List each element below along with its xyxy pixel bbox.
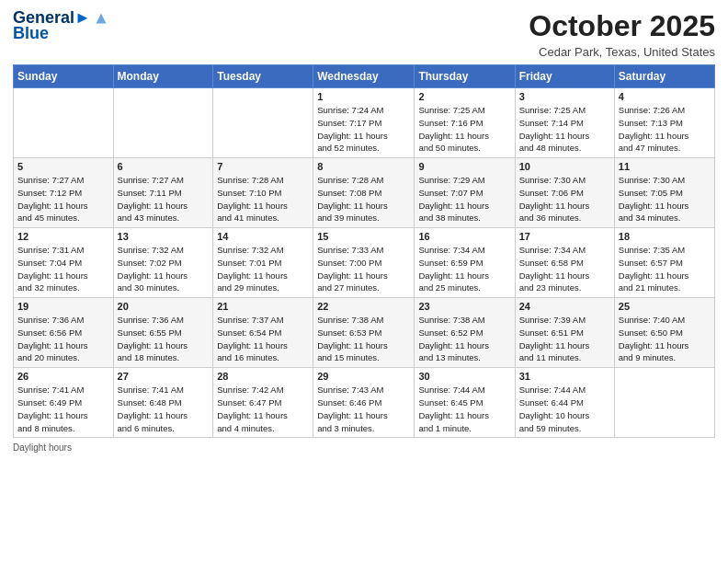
day-info: Sunrise: 7:30 AM Sunset: 7:05 PM Dayligh… [619,174,711,224]
day-number: 12 [17,231,109,242]
calendar-week-row: 26Sunrise: 7:41 AM Sunset: 6:49 PM Dayli… [14,368,715,438]
logo-icon [93,10,109,27]
calendar-cell: 11Sunrise: 7:30 AM Sunset: 7:05 PM Dayli… [614,158,714,228]
calendar-cell: 14Sunrise: 7:32 AM Sunset: 7:01 PM Dayli… [213,228,313,298]
day-info: Sunrise: 7:42 AM Sunset: 6:47 PM Dayligh… [217,384,309,434]
day-number: 11 [619,161,711,172]
day-info: Sunrise: 7:32 AM Sunset: 7:01 PM Dayligh… [217,244,309,294]
calendar-cell: 23Sunrise: 7:38 AM Sunset: 6:52 PM Dayli… [415,298,515,368]
calendar-cell: 6Sunrise: 7:27 AM Sunset: 7:11 PM Daylig… [113,158,213,228]
calendar-cell [213,88,313,158]
day-info: Sunrise: 7:39 AM Sunset: 6:51 PM Dayligh… [519,314,610,364]
day-number: 4 [619,91,711,102]
calendar-cell: 1Sunrise: 7:24 AM Sunset: 7:17 PM Daylig… [313,88,415,158]
day-number: 18 [619,231,711,242]
col-saturday: Saturday [614,65,714,88]
location: Cedar Park, Texas, United States [529,45,715,59]
day-number: 17 [519,231,610,242]
day-info: Sunrise: 7:44 AM Sunset: 6:45 PM Dayligh… [418,384,510,434]
day-info: Sunrise: 7:35 AM Sunset: 6:57 PM Dayligh… [619,244,711,294]
day-number: 26 [17,371,109,382]
day-info: Sunrise: 7:28 AM Sunset: 7:10 PM Dayligh… [217,174,309,224]
col-sunday: Sunday [14,65,114,88]
calendar-cell: 17Sunrise: 7:34 AM Sunset: 6:58 PM Dayli… [515,228,614,298]
day-number: 8 [317,161,410,172]
day-number: 21 [217,301,309,312]
calendar-cell [14,88,114,158]
day-info: Sunrise: 7:44 AM Sunset: 6:44 PM Dayligh… [519,384,610,434]
day-info: Sunrise: 7:43 AM Sunset: 6:46 PM Dayligh… [317,384,410,434]
calendar-cell: 30Sunrise: 7:44 AM Sunset: 6:45 PM Dayli… [415,368,515,438]
day-info: Sunrise: 7:25 AM Sunset: 7:16 PM Dayligh… [418,104,510,155]
day-number: 20 [118,301,210,312]
calendar-cell: 20Sunrise: 7:36 AM Sunset: 6:55 PM Dayli… [113,298,213,368]
calendar-cell: 10Sunrise: 7:30 AM Sunset: 7:06 PM Dayli… [515,158,614,228]
day-number: 22 [317,301,410,312]
calendar-cell: 26Sunrise: 7:41 AM Sunset: 6:49 PM Dayli… [14,368,114,438]
day-info: Sunrise: 7:34 AM Sunset: 6:58 PM Dayligh… [519,244,610,294]
title-block: October 2025 Cedar Park, Texas, United S… [529,9,715,59]
day-number: 27 [118,371,210,382]
calendar-cell: 13Sunrise: 7:32 AM Sunset: 7:02 PM Dayli… [113,228,213,298]
day-info: Sunrise: 7:38 AM Sunset: 6:52 PM Dayligh… [418,314,510,364]
month-title: October 2025 [529,9,715,43]
calendar-cell: 16Sunrise: 7:34 AM Sunset: 6:59 PM Dayli… [415,228,515,298]
day-number: 9 [418,161,510,172]
calendar-cell: 8Sunrise: 7:28 AM Sunset: 7:08 PM Daylig… [313,158,415,228]
calendar-week-row: 19Sunrise: 7:36 AM Sunset: 6:56 PM Dayli… [14,298,715,368]
calendar-cell: 22Sunrise: 7:38 AM Sunset: 6:53 PM Dayli… [313,298,415,368]
calendar-cell: 12Sunrise: 7:31 AM Sunset: 7:04 PM Dayli… [14,228,114,298]
day-number: 5 [17,161,109,172]
calendar-header-row: Sunday Monday Tuesday Wednesday Thursday… [14,65,715,88]
col-friday: Friday [515,65,614,88]
day-number: 6 [118,161,210,172]
page: General► Blue October 2025 Cedar Park, T… [0,0,728,563]
day-number: 3 [519,91,610,102]
calendar-week-row: 12Sunrise: 7:31 AM Sunset: 7:04 PM Dayli… [14,228,715,298]
day-info: Sunrise: 7:36 AM Sunset: 6:56 PM Dayligh… [17,314,109,364]
day-number: 1 [317,91,410,102]
day-info: Sunrise: 7:34 AM Sunset: 6:59 PM Dayligh… [418,244,510,294]
day-number: 23 [418,301,510,312]
calendar-cell: 3Sunrise: 7:25 AM Sunset: 7:14 PM Daylig… [515,88,614,158]
day-number: 28 [217,371,309,382]
calendar-cell: 25Sunrise: 7:40 AM Sunset: 6:50 PM Dayli… [614,298,714,368]
day-number: 29 [317,371,410,382]
header: General► Blue October 2025 Cedar Park, T… [13,9,715,59]
day-info: Sunrise: 7:40 AM Sunset: 6:50 PM Dayligh… [619,314,711,364]
day-info: Sunrise: 7:38 AM Sunset: 6:53 PM Dayligh… [317,314,410,364]
day-number: 30 [418,371,510,382]
day-number: 2 [418,91,510,102]
day-info: Sunrise: 7:27 AM Sunset: 7:12 PM Dayligh… [17,174,109,224]
logo: General► Blue [13,9,109,43]
day-info: Sunrise: 7:30 AM Sunset: 7:06 PM Dayligh… [519,174,610,224]
day-info: Sunrise: 7:29 AM Sunset: 7:07 PM Dayligh… [418,174,510,224]
calendar-cell: 19Sunrise: 7:36 AM Sunset: 6:56 PM Dayli… [14,298,114,368]
day-info: Sunrise: 7:27 AM Sunset: 7:11 PM Dayligh… [118,174,210,224]
calendar-cell: 28Sunrise: 7:42 AM Sunset: 6:47 PM Dayli… [213,368,313,438]
col-monday: Monday [113,65,213,88]
calendar-cell: 2Sunrise: 7:25 AM Sunset: 7:16 PM Daylig… [415,88,515,158]
day-number: 10 [519,161,610,172]
calendar-cell: 29Sunrise: 7:43 AM Sunset: 6:46 PM Dayli… [313,368,415,438]
col-thursday: Thursday [415,65,515,88]
day-number: 16 [418,231,510,242]
day-number: 7 [217,161,309,172]
svg-marker-0 [96,13,106,23]
calendar-cell: 4Sunrise: 7:26 AM Sunset: 7:13 PM Daylig… [614,88,714,158]
calendar-week-row: 5Sunrise: 7:27 AM Sunset: 7:12 PM Daylig… [14,158,715,228]
calendar-cell: 15Sunrise: 7:33 AM Sunset: 7:00 PM Dayli… [313,228,415,298]
day-number: 31 [519,371,610,382]
day-info: Sunrise: 7:25 AM Sunset: 7:14 PM Dayligh… [519,104,610,155]
day-info: Sunrise: 7:24 AM Sunset: 7:17 PM Dayligh… [317,104,410,155]
calendar-cell [614,368,714,438]
day-info: Sunrise: 7:28 AM Sunset: 7:08 PM Dayligh… [317,174,410,224]
day-number: 15 [317,231,410,242]
day-info: Sunrise: 7:32 AM Sunset: 7:02 PM Dayligh… [118,244,210,294]
footer: Daylight hours [13,442,715,453]
col-tuesday: Tuesday [213,65,313,88]
calendar-cell: 24Sunrise: 7:39 AM Sunset: 6:51 PM Dayli… [515,298,614,368]
calendar-cell: 9Sunrise: 7:29 AM Sunset: 7:07 PM Daylig… [415,158,515,228]
day-number: 14 [217,231,309,242]
calendar-cell [113,88,213,158]
